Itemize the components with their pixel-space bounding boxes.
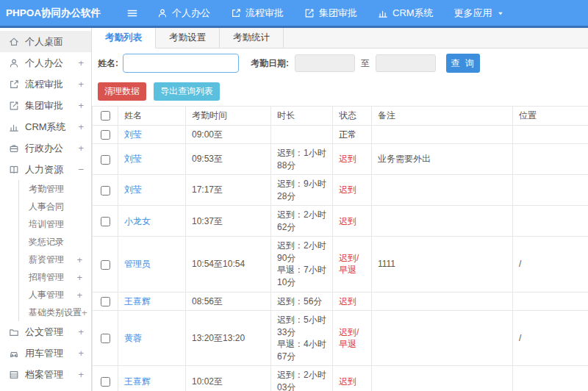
hamburger-menu-icon[interactable]	[126, 7, 138, 19]
tab-attendance-stats[interactable]: 考勤统计	[220, 28, 284, 48]
location-cell	[513, 292, 588, 311]
row-checkbox[interactable]	[101, 186, 110, 196]
column-header: 位置	[513, 107, 588, 126]
status-cell: 迟到	[333, 144, 372, 175]
status-badge: 迟到/早退	[339, 253, 359, 276]
sidebar-item-personal-office[interactable]: 个人办公+	[0, 52, 91, 73]
expand-toggle-icon[interactable]: +	[78, 369, 84, 380]
employee-name-link[interactable]: 刘莹	[124, 129, 142, 140]
sidebar-subitem-salary-mgmt[interactable]: 薪资管理+	[19, 251, 91, 268]
employee-name-link[interactable]: 小龙女	[124, 216, 151, 226]
sidebar-item-workflow-approval[interactable]: 流程审批+	[0, 73, 91, 95]
column-header: 备注	[372, 107, 513, 126]
location-cell	[513, 206, 588, 237]
employee-name-link[interactable]: 王喜辉	[124, 376, 151, 387]
duration-cell: 迟到：2小时03分	[271, 366, 333, 391]
row-checkbox[interactable]	[101, 217, 110, 226]
expand-toggle-icon[interactable]: +	[78, 79, 84, 90]
nav-item-group-approval[interactable]: 集团审批	[304, 7, 357, 20]
sidebar-subitem-reward-punishment[interactable]: 奖惩记录	[19, 233, 91, 251]
main-content: 考勤列表考勤设置考勤统计 姓名: 考勤日期: 至 查 询 清理数据 导出查询列表…	[92, 28, 588, 391]
sidebar-subitem-recruit-mgmt[interactable]: 招聘管理+	[19, 268, 91, 286]
select-all-checkbox[interactable]	[101, 111, 110, 121]
location-cell	[513, 125, 588, 144]
table-row: 刘莹09:00至正常	[93, 125, 588, 144]
expand-toggle-icon[interactable]: +	[76, 254, 82, 265]
clean-data-button[interactable]: 清理数据	[98, 82, 146, 101]
sidebar-subitem-hr-contract[interactable]: 人事合同	[19, 198, 91, 215]
employee-name-link[interactable]: 黄蓉	[124, 333, 142, 343]
nav-item-personal-office[interactable]: 个人办公	[157, 7, 210, 20]
sidebar-item-group-approval[interactable]: 集团审批+	[0, 95, 91, 116]
remark-cell: 1111	[372, 237, 513, 292]
expand-toggle-icon[interactable]: +	[78, 326, 84, 337]
employee-name-link[interactable]: 刘莹	[124, 154, 142, 164]
row-checkbox-cell	[93, 311, 118, 366]
export-list-button[interactable]: 导出查询列表	[154, 82, 220, 101]
status-cell: 迟到	[333, 206, 372, 237]
sidebar-subitem-personnel-mgmt[interactable]: 人事管理+	[19, 286, 91, 304]
table-row: 王喜辉08:56至迟到：56分迟到	[93, 292, 588, 311]
sidebar-item-admin-office[interactable]: 行政办公+	[0, 137, 91, 159]
expand-toggle-icon[interactable]: +	[78, 57, 84, 68]
duration-line: 早退：7小时10分	[277, 264, 326, 288]
time-cell: 08:56至	[186, 292, 271, 311]
duration-line: 迟到：5小时33分	[277, 314, 326, 338]
date-to-input[interactable]	[376, 54, 436, 72]
time-cell: 10:54至10:54	[186, 237, 271, 292]
table-row: 管理员10:54至10:54迟到：2小时90分早退：7小时10分迟到/早退111…	[93, 237, 588, 292]
attendance-table: 姓名考勤时间时长状态备注位置 刘莹09:00至正常刘莹09:53至迟到：1小时8…	[92, 106, 588, 391]
status-badge: 正常	[339, 129, 356, 140]
row-checkbox[interactable]	[101, 297, 110, 306]
sidebar-item-document-mgmt[interactable]: 公文管理+	[0, 321, 91, 342]
sidebar-item-human-resources[interactable]: 人力资源−	[0, 159, 91, 180]
date-from-input[interactable]	[295, 54, 355, 72]
employee-name-link[interactable]: 王喜辉	[124, 296, 151, 306]
row-checkbox[interactable]	[101, 334, 110, 343]
row-checkbox-cell	[93, 175, 118, 206]
status-badge: 迟到	[339, 184, 356, 195]
nav-item-more-apps[interactable]: 更多应用	[454, 7, 504, 20]
name-cell: 刘莹	[118, 125, 186, 144]
sidebar-item-label: 个人桌面	[25, 35, 63, 49]
sidebar-subitem-training-mgmt[interactable]: 培训管理	[19, 215, 91, 233]
sidebar-item-personal-desktop[interactable]: 个人桌面	[0, 31, 91, 52]
sidebar-subitem-base-category-settings[interactable]: 基础类别设置+	[19, 304, 91, 321]
row-checkbox[interactable]	[101, 260, 110, 270]
expand-toggle-icon[interactable]: +	[78, 100, 84, 111]
tab-attendance-settings[interactable]: 考勤设置	[156, 28, 220, 48]
sidebar-item-crm[interactable]: CRM系统+	[0, 116, 91, 137]
duration-cell: 迟到：56分	[271, 292, 333, 311]
sidebar-item-vehicle-mgmt[interactable]: 用车管理+	[0, 342, 91, 364]
name-filter-label: 姓名:	[98, 57, 118, 70]
expand-toggle-icon[interactable]: +	[76, 272, 82, 283]
search-button[interactable]: 查 询	[446, 54, 480, 73]
employee-name-link[interactable]: 刘莹	[124, 184, 142, 195]
name-filter-input[interactable]	[123, 54, 239, 73]
sidebar-item-archive-mgmt[interactable]: 档案管理+	[0, 364, 91, 385]
expand-toggle-icon[interactable]: +	[78, 143, 84, 154]
expand-toggle-icon[interactable]: −	[78, 164, 84, 175]
archive-icon	[9, 370, 19, 380]
nav-item-workflow-approval[interactable]: 流程审批	[231, 7, 284, 20]
expand-toggle-icon[interactable]: +	[82, 307, 87, 318]
row-checkbox[interactable]	[101, 155, 110, 165]
nav-item-crm[interactable]: CRM系统	[378, 7, 434, 20]
sidebar-item-project-mgmt[interactable]: 项目管理+	[0, 385, 91, 391]
name-cell: 王喜辉	[118, 292, 186, 311]
tab-attendance-list[interactable]: 考勤列表	[92, 28, 156, 49]
sidebar-subitem-label: 奖惩记录	[29, 236, 64, 248]
row-checkbox[interactable]	[101, 130, 110, 140]
expand-toggle-icon[interactable]: +	[78, 121, 84, 132]
status-badge: 迟到	[339, 216, 356, 226]
expand-toggle-icon[interactable]: +	[78, 348, 84, 359]
sidebar: 个人桌面个人办公+流程审批+集团审批+CRM系统+行政办公+人力资源−考勤管理人…	[0, 28, 92, 391]
column-header: 考勤时间	[186, 107, 271, 126]
status-cell: 正常	[333, 125, 372, 144]
sidebar-subitem-attendance-mgmt[interactable]: 考勤管理	[19, 180, 91, 198]
row-checkbox[interactable]	[101, 377, 110, 387]
name-cell: 王喜辉	[118, 366, 186, 391]
sidebar-item-label: 行政办公	[25, 142, 63, 155]
employee-name-link[interactable]: 管理员	[124, 259, 151, 269]
expand-toggle-icon[interactable]: +	[76, 290, 82, 301]
